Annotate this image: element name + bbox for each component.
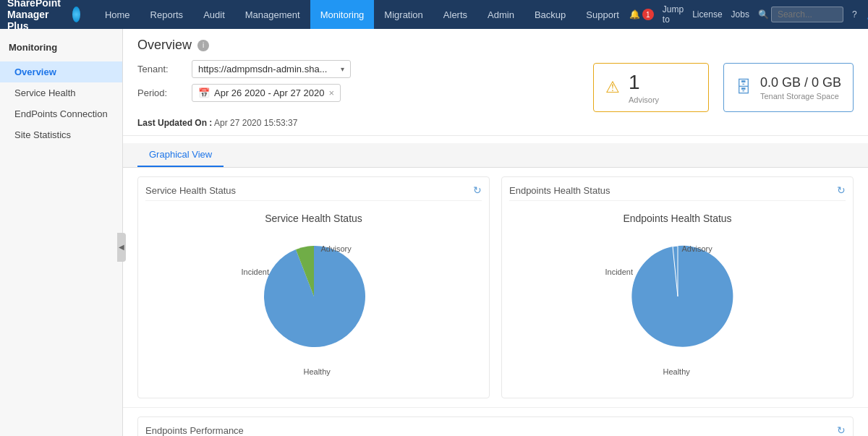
jump-to-link[interactable]: Jump to bbox=[663, 4, 684, 25]
user-icon: 👤 bbox=[866, 9, 868, 20]
tenant-dropdown[interactable]: https://admpmsdn-admin.sha... ▾ bbox=[192, 60, 351, 78]
healthy-slice bbox=[263, 246, 365, 347]
ep-incident-legend-label: Incident bbox=[605, 268, 634, 276]
endpoints-health-pie-area: Advisory Incident Healthy bbox=[598, 231, 757, 383]
period-label: Period: bbox=[137, 87, 177, 98]
nav-alerts[interactable]: Alerts bbox=[433, 0, 477, 29]
main-layout: Monitoring Overview Service Health EndPo… bbox=[0, 29, 868, 436]
advisory-legend-label: Advisory bbox=[321, 244, 352, 253]
brand-icon bbox=[72, 7, 80, 22]
tenant-filter-row: Tenant: https://admpmsdn-admin.sha... ▾ bbox=[137, 60, 351, 78]
sidebar-item-service-health[interactable]: Service Health bbox=[0, 82, 122, 103]
last-updated-row: Last Updated On : Apr 27 2020 15:53:37 bbox=[137, 118, 854, 128]
brand-name: SharePoint Manager Plus bbox=[7, 0, 69, 32]
nav-management[interactable]: Management bbox=[235, 0, 310, 29]
charts-section: Service Health Status ↻ Service Health S… bbox=[123, 168, 868, 407]
notification-bell[interactable]: 🔔 1 bbox=[629, 9, 654, 20]
sidebar-item-overview[interactable]: Overview bbox=[0, 61, 122, 82]
bell-icon: 🔔 bbox=[629, 9, 640, 20]
advisory-value: 1 bbox=[629, 71, 659, 94]
service-health-chart-title: Service Health Status bbox=[265, 213, 362, 224]
service-health-card-title: Service Health Status bbox=[145, 185, 236, 196]
last-updated-value: Apr 27 2020 15:53:37 bbox=[214, 118, 297, 128]
content-area: Overview i Tenant: https://admpmsdn-admi… bbox=[123, 29, 868, 436]
search-box-wrapper[interactable]: 🔍 bbox=[758, 7, 843, 22]
tab-graphical-view[interactable]: Graphical View bbox=[137, 143, 224, 167]
sidebar-collapse-handle[interactable]: ◀ bbox=[117, 233, 126, 262]
storage-stat-card: 🗄 0.0 GB / 0 GB Tenant Storage Space bbox=[723, 63, 854, 112]
endpoints-health-chart-card: Endpoints Health Status ↻ Endpoints Heal… bbox=[501, 176, 854, 398]
advisory-stat-values: 1 Advisory bbox=[629, 71, 659, 104]
last-updated-label: Last Updated On : bbox=[137, 118, 212, 128]
sidebar-item-site-statistics[interactable]: Site Statistics bbox=[0, 124, 122, 145]
storage-label: Tenant Storage Space bbox=[760, 92, 841, 101]
performance-card-title: Endpoints Performance bbox=[145, 425, 244, 436]
endpoints-health-card-title: Endpoints Health Status bbox=[509, 185, 610, 196]
top-navigation: SharePoint Manager Plus Home Reports Aud… bbox=[0, 0, 868, 29]
storage-stat-values: 0.0 GB / 0 GB Tenant Storage Space bbox=[760, 75, 841, 101]
nav-home[interactable]: Home bbox=[95, 0, 140, 29]
jobs-label: Jobs bbox=[731, 9, 749, 20]
sidebar: Monitoring Overview Service Health EndPo… bbox=[0, 29, 123, 436]
endpoints-health-refresh-button[interactable]: ↻ bbox=[837, 184, 846, 196]
warning-icon: ⚠ bbox=[605, 78, 620, 97]
service-health-card-header: Service Health Status ↻ bbox=[145, 184, 482, 201]
chevron-down-icon: ▾ bbox=[341, 65, 344, 73]
nav-admin[interactable]: Admin bbox=[477, 0, 524, 29]
clear-period-button[interactable]: × bbox=[329, 87, 335, 98]
help-icon-btn[interactable]: ? bbox=[852, 9, 857, 20]
period-picker[interactable]: 📅 Apr 26 2020 - Apr 27 2020 × bbox=[192, 84, 341, 102]
period-filter-row: Period: 📅 Apr 26 2020 - Apr 27 2020 × bbox=[137, 84, 351, 102]
advisory-label: Advisory bbox=[629, 95, 659, 104]
healthy-legend-label: Healthy bbox=[304, 367, 331, 376]
sidebar-title: Monitoring bbox=[0, 36, 122, 59]
tenant-value: https://admpmsdn-admin.sha... bbox=[198, 64, 327, 74]
ep-healthy-legend-label: Healthy bbox=[663, 367, 690, 376]
service-health-svg bbox=[234, 231, 393, 362]
jobs-link[interactable]: Jobs bbox=[731, 9, 749, 20]
license-label: License bbox=[692, 9, 722, 20]
page-header: Overview i Tenant: https://admpmsdn-admi… bbox=[123, 29, 868, 136]
service-health-refresh-button[interactable]: ↻ bbox=[473, 184, 482, 196]
nav-audit[interactable]: Audit bbox=[193, 0, 235, 29]
endpoints-health-pie-wrapper: Endpoints Health Status A bbox=[509, 213, 846, 383]
search-icon: 🔍 bbox=[758, 9, 769, 20]
incident-legend-label: Incident bbox=[242, 268, 270, 276]
question-icon: ? bbox=[852, 9, 857, 20]
nav-backup[interactable]: Backup bbox=[524, 0, 576, 29]
performance-refresh-button[interactable]: ↻ bbox=[837, 424, 846, 436]
tabs-bar: Graphical View bbox=[123, 143, 868, 168]
service-health-pie-wrapper: Service Health Status Adv bbox=[145, 213, 482, 383]
search-input[interactable] bbox=[771, 7, 843, 22]
page-title: Overview bbox=[137, 38, 192, 53]
collapse-icon: ◀ bbox=[119, 243, 124, 251]
endpoints-health-chart-title: Endpoints Health Status bbox=[623, 213, 731, 224]
nav-right-actions: 🔔 1 Jump to License Jobs 🔍 ? 👤 🧭 Explore… bbox=[629, 4, 868, 25]
nav-migration[interactable]: Migration bbox=[374, 0, 433, 29]
nav-reports[interactable]: Reports bbox=[140, 0, 194, 29]
nav-monitoring[interactable]: Monitoring bbox=[310, 0, 375, 29]
performance-section: Endpoints Performance ↻ EndPoints Perfor… bbox=[123, 407, 868, 436]
service-health-chart-card: Service Health Status ↻ Service Health S… bbox=[137, 176, 490, 398]
nav-support[interactable]: Support bbox=[576, 0, 629, 29]
calendar-icon: 📅 bbox=[198, 87, 210, 98]
stats-cards: ⚠ 1 Advisory 🗄 0.0 GB / 0 GB Tenant Stor… bbox=[586, 60, 854, 112]
info-icon[interactable]: i bbox=[197, 40, 209, 51]
notification-count: 1 bbox=[642, 9, 654, 20]
page-title-row: Overview i bbox=[137, 38, 854, 53]
database-icon: 🗄 bbox=[736, 78, 752, 97]
endpoints-health-card-header: Endpoints Health Status ↻ bbox=[509, 184, 846, 201]
advisory-stat-card: ⚠ 1 Advisory bbox=[593, 63, 709, 112]
service-health-pie-area: Advisory Incident Healthy bbox=[234, 231, 393, 383]
jump-to-label: Jump to bbox=[663, 4, 684, 25]
user-menu[interactable]: 👤 bbox=[866, 9, 868, 20]
endpoints-health-chart-container: Endpoints Health Status A bbox=[509, 205, 846, 390]
endpoints-health-svg bbox=[598, 231, 757, 362]
period-value: Apr 26 2020 - Apr 27 2020 bbox=[214, 87, 325, 98]
tenant-label: Tenant: bbox=[137, 64, 177, 74]
sidebar-item-endpoints-connection[interactable]: EndPoints Connection bbox=[0, 103, 122, 124]
license-link[interactable]: License bbox=[692, 9, 722, 20]
nav-items-list: Home Reports Audit Management Monitoring… bbox=[95, 0, 629, 29]
filters-area: Tenant: https://admpmsdn-admin.sha... ▾ … bbox=[137, 60, 351, 108]
brand-logo-area: SharePoint Manager Plus bbox=[7, 0, 80, 32]
